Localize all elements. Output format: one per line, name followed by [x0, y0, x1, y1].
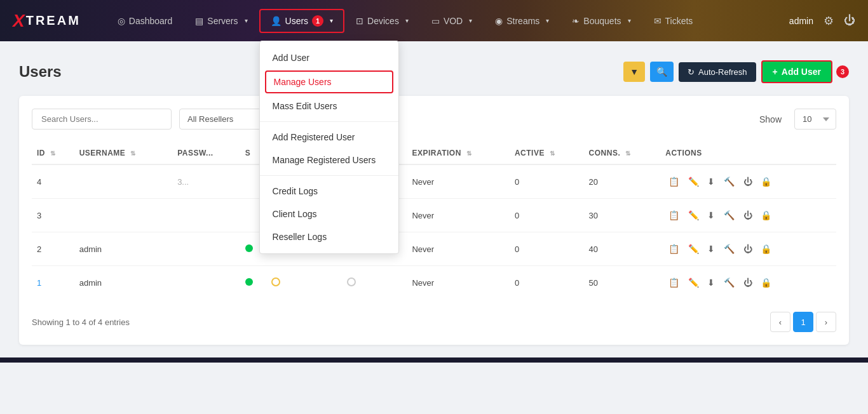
nav-item-vod[interactable]: ▭ VOD ▾	[420, 10, 484, 32]
table-row: 4 3... Never 0 20 📋 ✏️ ⬇ 🔨 ⏻ 🔒	[32, 164, 836, 199]
cell-actions: 📋 ✏️ ⬇ 🔨 ⏻ 🔒	[660, 199, 836, 232]
cell-username	[74, 164, 172, 199]
action-info-button[interactable]: 📋	[665, 174, 682, 189]
nav-label-devices: Devices	[367, 16, 399, 26]
search-input[interactable]	[32, 109, 172, 130]
table-row: 3 Never 0 30 📋 ✏️ ⬇ 🔨 ⏻ 🔒	[32, 199, 836, 232]
filter-button[interactable]: ▼	[623, 62, 645, 82]
cell-password	[172, 232, 240, 266]
action-power-button[interactable]: ⏻	[740, 174, 756, 189]
search-toggle-button[interactable]: 🔍	[650, 62, 674, 82]
dropdown-item-client-logs[interactable]: Client Logs	[260, 203, 398, 225]
pagination-controls: ‹ 1 ›	[770, 312, 836, 332]
row-link-id[interactable]: 1	[37, 278, 41, 288]
nav-label-vod: VOD	[444, 16, 463, 26]
action-lock-button[interactable]: 🔒	[757, 241, 775, 257]
action-tools-button[interactable]: 🔨	[721, 208, 738, 223]
online-dot	[271, 277, 280, 286]
show-label: Show	[759, 114, 782, 124]
action-download-button[interactable]: ⬇	[704, 275, 718, 290]
cell-actions: 📋 ✏️ ⬇ 🔨 ⏻ 🔒	[660, 164, 836, 199]
main-content: Users ▼ 🔍 ↻ Auto-Refresh + Add User 3	[0, 41, 868, 357]
action-tools-button[interactable]: 🔨	[721, 241, 738, 257]
next-page-button[interactable]: ›	[816, 312, 836, 332]
action-power-button[interactable]: ⏻	[740, 208, 756, 223]
users-dropdown-menu: Add User Manage Users Mass Edit Users Ad…	[259, 41, 399, 254]
action-lock-button[interactable]: 🔒	[757, 275, 775, 290]
cell-username: admin	[74, 232, 172, 266]
show-count-select[interactable]: 10 25 50 100	[794, 109, 836, 130]
dropdown-item-add-user[interactable]: Add User	[260, 46, 398, 69]
action-lock-button[interactable]: 🔒	[757, 174, 775, 189]
action-info-button[interactable]: 📋	[665, 241, 682, 257]
nav-item-devices[interactable]: ⊡ Devices ▾	[344, 10, 420, 32]
action-edit-button[interactable]: ✏️	[685, 174, 702, 189]
action-lock-button[interactable]: 🔒	[757, 208, 775, 223]
cell-id: 2	[32, 232, 74, 266]
action-tools-button[interactable]: 🔨	[721, 174, 738, 189]
chevron-down-icon-streams: ▾	[546, 17, 549, 24]
dropdown-item-manage-users[interactable]: Manage Users	[265, 70, 393, 93]
nav-item-tickets[interactable]: ✉ Tickets	[642, 10, 705, 32]
settings-button[interactable]: ⚙	[824, 14, 834, 28]
cell-expiration: Never	[407, 266, 509, 300]
nav-dropdown-users: 👤 Users 1 ▾ Add User Manage Users Mass E…	[259, 9, 345, 33]
action-power-button[interactable]: ⏻	[740, 241, 756, 257]
cell-active: 0	[510, 164, 584, 199]
vod-icon: ▭	[431, 16, 440, 26]
action-download-button[interactable]: ⬇	[704, 208, 718, 223]
autorefresh-button[interactable]: ↻ Auto-Refresh	[679, 62, 756, 82]
page-title: Users	[19, 63, 62, 81]
add-user-button[interactable]: + Add User	[761, 60, 832, 83]
nav-item-bouquets[interactable]: ❧ Bouquets ▾	[560, 10, 642, 32]
dropdown-item-manage-registered-users[interactable]: Manage Registered Users	[260, 149, 398, 171]
chevron-down-icon-users: ▾	[330, 17, 333, 24]
autorefresh-label: Auto-Refresh	[698, 67, 747, 77]
cell-expiration: Never	[407, 232, 509, 266]
chevron-down-icon-vod: ▾	[469, 17, 472, 24]
cell-password	[172, 199, 240, 232]
nav-item-dashboard[interactable]: ◎ Dashboard	[106, 10, 184, 32]
pagination-area: Showing 1 to 4 of 4 entries ‹ 1 ›	[32, 312, 836, 332]
page-1-button[interactable]: 1	[793, 312, 813, 332]
refresh-icon: ↻	[688, 67, 695, 77]
action-info-button[interactable]: 📋	[665, 208, 682, 223]
tickets-icon: ✉	[654, 16, 661, 26]
devices-icon: ⊡	[356, 16, 363, 26]
action-tools-button[interactable]: 🔨	[721, 275, 738, 290]
dropdown-item-reseller-logs[interactable]: Reseller Logs	[260, 225, 398, 248]
nav-item-servers[interactable]: ▤ Servers ▾	[184, 10, 259, 32]
cell-conns: 50	[584, 266, 661, 300]
bottom-bar	[0, 357, 868, 363]
nav-item-streams[interactable]: ◉ Streams ▾	[484, 10, 560, 32]
power-button[interactable]: ⏻	[844, 14, 855, 27]
cell-active: 0	[510, 199, 584, 232]
action-edit-button[interactable]: ✏️	[685, 208, 702, 223]
dropdown-item-mass-edit-users[interactable]: Mass Edit Users	[260, 95, 398, 117]
cell-id: 4	[32, 164, 74, 199]
dropdown-item-credit-logs[interactable]: Credit Logs	[260, 180, 398, 203]
users-badge: 1	[312, 15, 323, 27]
prev-page-button[interactable]: ‹	[770, 312, 790, 332]
col-header-id: ID ⇅	[32, 142, 74, 164]
action-power-button[interactable]: ⏻	[740, 275, 756, 290]
showing-text: Showing 1 to 4 of 4 entries	[32, 317, 130, 327]
nav-menu: ◎ Dashboard ▤ Servers ▾ 👤 Users 1 ▾ Add …	[106, 9, 789, 33]
cell-active: 0	[510, 232, 584, 266]
action-info-button[interactable]: 📋	[665, 275, 682, 290]
nav-item-users[interactable]: 👤 Users 1 ▾	[259, 9, 345, 33]
dropdown-item-add-registered-user[interactable]: Add Registered User	[260, 126, 398, 149]
action-edit-button[interactable]: ✏️	[685, 241, 702, 257]
nav-label-bouquets: Bouquets	[583, 16, 621, 26]
cell-trial	[342, 266, 407, 300]
cell-username: admin	[74, 266, 172, 300]
action-download-button[interactable]: ⬇	[704, 174, 718, 189]
chevron-down-icon: ▾	[245, 17, 248, 24]
action-edit-button[interactable]: ✏️	[685, 275, 702, 290]
logo: X TREAM	[13, 11, 81, 31]
cell-username	[74, 199, 172, 232]
action-download-button[interactable]: ⬇	[704, 241, 718, 257]
nav-label-users: Users	[285, 16, 309, 26]
admin-label: admin	[789, 16, 813, 26]
col-header-username: USERNAME ⇅	[74, 142, 172, 164]
